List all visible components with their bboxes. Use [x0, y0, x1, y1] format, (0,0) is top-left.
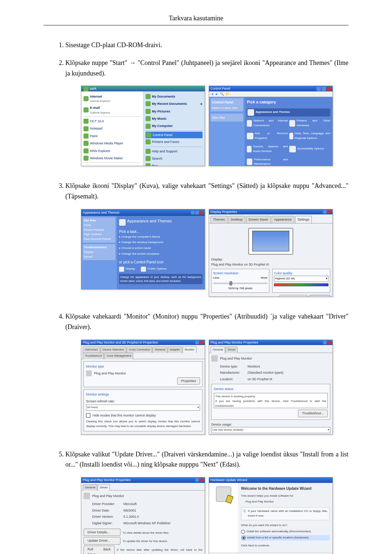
sounds-item[interactable]: Sounds, Speech, and Audio Devices — [247, 144, 288, 154]
mouse-link[interactable]: Mouse Pointers — [84, 228, 114, 233]
close-icon[interactable] — [200, 341, 203, 344]
help-icon[interactable] — [323, 341, 327, 344]
printers-hw-item[interactable]: Printers and Other Hardware — [289, 119, 330, 128]
hct-icon — [83, 119, 89, 124]
music-item[interactable]: My Music — [146, 115, 203, 122]
tab-geforce[interactable]: GeForce3 — [83, 346, 100, 353]
search-item[interactable]: Search — [146, 155, 203, 162]
close-icon[interactable] — [327, 210, 331, 214]
maximize-icon[interactable] — [322, 87, 326, 91]
fonts-link[interactable]: Fonts — [84, 223, 114, 228]
update-driver-button[interactable]: Update Driver... — [83, 537, 121, 544]
all-programs-item[interactable]: All Programs▶ — [83, 164, 141, 166]
radio-list[interactable]: Install from a list or specific location… — [241, 535, 330, 541]
details-button[interactable]: Driver Details... — [83, 529, 121, 536]
display-trouble-link[interactable]: Display — [84, 250, 114, 255]
radio-auto[interactable]: Install the software automatically (Reco… — [241, 529, 330, 534]
switch-view-link[interactable]: Switch to Classic View — [212, 106, 242, 110]
help-icon[interactable] — [195, 478, 199, 482]
tab-general[interactable]: General — [211, 346, 225, 353]
usage-select[interactable]: Use this device (enable)▾ — [211, 427, 330, 433]
folder-options-icon — [141, 267, 146, 272]
help-icon[interactable] — [323, 210, 327, 214]
forward-icon[interactable]: ► — [215, 91, 219, 97]
task-theme[interactable]: ▸ Change the computer's theme — [119, 235, 203, 239]
monitor-props-title: Plug and Play Monitor and 3D Prophet III… — [83, 340, 158, 345]
tab-driver[interactable]: Driver — [225, 346, 237, 353]
recent-item[interactable]: My Recent Documents▸ — [146, 100, 203, 107]
minimize-icon[interactable] — [317, 87, 321, 91]
performance-item[interactable]: Performance and Maintenance — [247, 157, 288, 167]
help-icon[interactable] — [195, 341, 199, 344]
tab-settings[interactable]: Settings — [295, 216, 312, 223]
hct-item[interactable]: HCT 10.0 — [83, 118, 141, 125]
folder-cp-item[interactable]: Folder Options — [147, 267, 166, 271]
addremove-item[interactable]: Add or Remove Programs — [247, 131, 288, 141]
close-icon[interactable] — [327, 341, 331, 344]
tab-color[interactable]: Color Correction — [127, 346, 152, 353]
step-1: Sisestage CD-plaat CD-ROM-draivi. — [65, 40, 348, 50]
contrast-link[interactable]: High Contrast — [84, 232, 114, 237]
maximize-icon[interactable] — [195, 211, 199, 214]
computer-item[interactable]: My Computer — [146, 122, 203, 130]
notepad-item[interactable]: Notepad — [83, 125, 141, 132]
task-bg[interactable]: ▸ Change the desktop background — [119, 240, 203, 245]
tab-general[interactable]: General — [83, 484, 97, 491]
wmp-item[interactable]: Windows Media Player — [83, 140, 141, 147]
help-item[interactable]: Help and Support — [146, 148, 203, 155]
display-cp-item[interactable]: Display — [126, 267, 135, 271]
display-icon — [119, 267, 124, 272]
folder-icon — [146, 116, 151, 121]
ua-link[interactable]: User Account Picture — [84, 237, 114, 242]
tab-colormgmt[interactable]: Color Management — [104, 353, 133, 359]
accessibility-item[interactable]: Accessibility Options — [289, 144, 330, 154]
tab-themes[interactable]: Themes — [211, 216, 228, 223]
datetime-item[interactable]: Date, Time, Language, and Regional Optio… — [289, 131, 330, 141]
tab-desktop[interactable]: Desktop — [228, 216, 245, 223]
hide-modes-checkbox[interactable] — [86, 413, 90, 418]
refresh-select[interactable]: 60 Hertz▾ — [86, 405, 200, 411]
email-item[interactable]: E-mailOutlook Express — [83, 104, 141, 116]
tab-trouble[interactable]: Troubleshoot — [83, 353, 104, 359]
user-icon — [83, 86, 89, 91]
advanced-button[interactable]: Advanced — [309, 295, 330, 297]
properties-button[interactable]: Properties — [177, 377, 200, 385]
color-quality-select[interactable]: Highest (32 bit)▾ — [274, 276, 328, 282]
page-header: Tarkvara kasutamine — [44, 15, 348, 25]
appearance-themes-item[interactable]: Appearance and Themes — [247, 108, 330, 116]
wmm-item[interactable]: Windows Movie Maker — [83, 155, 141, 162]
minimize-icon[interactable] — [191, 211, 195, 214]
task-res[interactable]: ▸ Change the screen resolution — [119, 252, 203, 257]
msn-item[interactable]: MSN Explorer — [83, 147, 141, 155]
tab-adapter[interactable]: Adapter — [168, 346, 182, 353]
folder-icon — [146, 101, 151, 106]
sound-trouble-link[interactable]: Sound — [84, 255, 114, 259]
tab-general[interactable]: General — [152, 346, 167, 353]
printers-item[interactable]: Printers and Faxes — [146, 138, 203, 145]
tab-saver[interactable]: Screen Saver — [246, 216, 271, 223]
close-icon[interactable] — [200, 478, 203, 482]
troubleshoot-button[interactable]: Troubleshoot... — [279, 295, 308, 297]
control-panel-item[interactable]: Control Panel — [146, 132, 203, 138]
pictures-item[interactable]: My Pictures — [146, 108, 203, 115]
search-icon[interactable]: 🔍 — [220, 91, 224, 97]
folders-icon[interactable]: 📁 — [225, 91, 229, 97]
internet-item[interactable]: InternetInternet Explorer — [83, 93, 141, 104]
tab-driver[interactable]: Driver — [98, 484, 110, 491]
task-saver[interactable]: ▸ Choose a screen saver — [119, 246, 203, 251]
close-icon[interactable] — [200, 211, 203, 214]
rollback-button[interactable]: Roll Back Driver — [83, 546, 115, 554]
back-icon[interactable]: ◄ — [211, 91, 214, 97]
close-icon[interactable] — [327, 87, 331, 91]
mydocs-item[interactable]: My Documents — [146, 93, 203, 100]
cp-title: Control Panel — [211, 86, 230, 91]
network-item[interactable]: Network and Internet Connections — [247, 119, 288, 128]
resolution-slider[interactable] — [213, 283, 268, 284]
tab-monitor[interactable]: Monitor — [183, 346, 197, 353]
troubleshoot-button[interactable]: Troubleshoot... — [298, 410, 328, 417]
run-item[interactable]: Run... — [146, 162, 203, 166]
tab-appearance[interactable]: Appearance — [271, 216, 294, 223]
tab-device[interactable]: Device Selection — [101, 346, 127, 353]
paint-icon — [83, 134, 89, 139]
paint-item[interactable]: Paint — [83, 132, 141, 140]
